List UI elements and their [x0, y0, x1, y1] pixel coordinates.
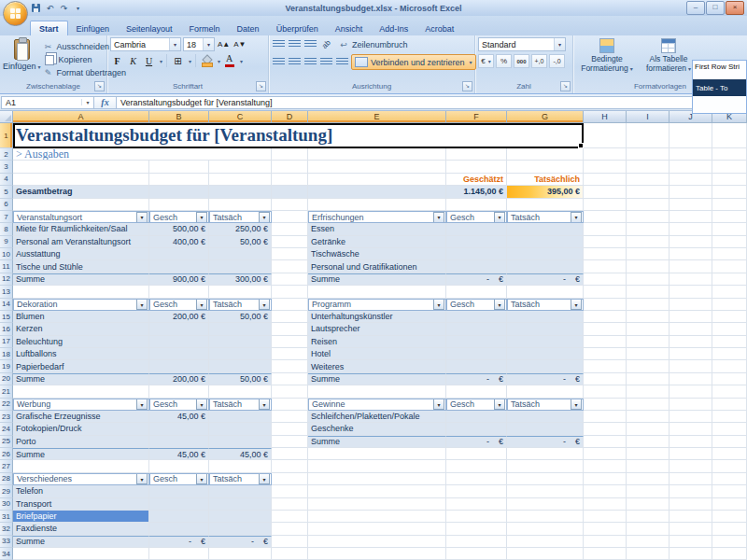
row-header-3[interactable]: 3	[0, 161, 13, 173]
cell-E6[interactable]	[308, 199, 446, 211]
decrease-indent-button[interactable]	[319, 56, 333, 69]
cell-E20[interactable]: Summe	[308, 373, 446, 385]
row-header-15[interactable]: 15	[0, 311, 13, 323]
filter-dropdown-icon[interactable]: ▾	[259, 299, 270, 310]
cell-F30[interactable]	[446, 498, 507, 511]
cell-C4[interactable]	[209, 174, 272, 186]
cell-B12[interactable]: 900,00 €	[149, 273, 209, 286]
cell-J27[interactable]	[669, 460, 712, 472]
cell-H24[interactable]	[584, 423, 627, 435]
cell-H28[interactable]	[584, 473, 627, 485]
row-header-2[interactable]: 2	[0, 148, 13, 161]
cell-A32[interactable]: Faxdienste	[13, 523, 149, 535]
cell-K24[interactable]	[712, 423, 747, 435]
cell-I31[interactable]	[627, 511, 669, 523]
cell-A27[interactable]	[13, 460, 149, 472]
cell-H23[interactable]	[584, 411, 627, 423]
cell-H15[interactable]	[584, 311, 627, 323]
cell-K3[interactable]	[712, 161, 747, 173]
cell-K12[interactable]	[712, 273, 747, 286]
merge-center-button[interactable]: Verbinden und zentrieren ▾	[351, 54, 476, 70]
cell-A30[interactable]: Transport	[13, 498, 149, 511]
row-header-13[interactable]: 13	[0, 286, 13, 298]
cell-H32[interactable]	[584, 523, 627, 535]
cell-J11[interactable]	[669, 260, 712, 273]
cell-B18[interactable]	[149, 348, 209, 360]
cell-A3[interactable]	[13, 161, 149, 173]
cell-B7[interactable]: Gesch▾	[149, 211, 209, 223]
cell-C23[interactable]	[209, 411, 272, 423]
cell-G19[interactable]	[507, 360, 584, 372]
cell-J16[interactable]	[669, 323, 712, 335]
cell-F18[interactable]	[446, 348, 507, 360]
row-header-7[interactable]: 7	[0, 211, 13, 223]
cell-C17[interactable]	[209, 336, 272, 348]
cell-G10[interactable]	[507, 248, 584, 260]
cell-H6[interactable]	[584, 199, 627, 211]
cell-B17[interactable]	[149, 336, 209, 348]
cell-G3[interactable]	[507, 161, 584, 173]
name-box[interactable]: A1 ▾	[1, 96, 94, 109]
tab-acrobat[interactable]: Acrobat	[416, 21, 462, 35]
cell-A12[interactable]: Summe	[13, 273, 149, 286]
paste-button[interactable]: Einfügen▾	[3, 37, 41, 71]
cell-I26[interactable]	[627, 448, 669, 460]
cell-D20[interactable]	[272, 373, 308, 385]
cell-E23[interactable]: Schleifchen/Plaketten/Pokale	[308, 411, 446, 423]
cell-I22[interactable]	[627, 399, 669, 411]
cell-H9[interactable]	[584, 236, 627, 248]
row-header-22[interactable]: 22	[0, 399, 13, 411]
cell-K7[interactable]	[712, 211, 747, 223]
column-header-F[interactable]: F	[446, 111, 507, 122]
filter-dropdown-icon[interactable]: ▾	[196, 473, 207, 484]
minimize-button[interactable]: –	[686, 1, 705, 15]
cell-B5[interactable]	[149, 186, 209, 198]
column-header-B[interactable]: B	[149, 111, 209, 122]
formula-input[interactable]: Veranstaltungsbudget für [Veranstaltung]	[117, 96, 746, 109]
cell-E19[interactable]: Weiteres	[308, 360, 446, 372]
cell-J18[interactable]	[669, 348, 712, 360]
cell-K9[interactable]	[712, 236, 747, 248]
cell-J30[interactable]	[669, 498, 712, 511]
cell-J1[interactable]	[669, 123, 712, 148]
cell-G17[interactable]	[507, 336, 584, 348]
cell-C32[interactable]	[209, 523, 272, 535]
align-center-button[interactable]	[288, 56, 302, 69]
cell-K1[interactable]	[712, 123, 747, 148]
cell-J8[interactable]	[669, 223, 712, 235]
cell-G4[interactable]: Tatsächlich	[507, 174, 584, 186]
dialog-launcher-icon[interactable]: ↘	[462, 81, 472, 91]
tab-seitenlayout[interactable]: Seitenlayout	[118, 21, 181, 35]
number-format-combo[interactable]: Standard ▾	[478, 37, 566, 51]
cell-H5[interactable]	[584, 186, 627, 198]
cell-E14[interactable]: Programm▾	[308, 299, 446, 311]
cell-H29[interactable]	[584, 485, 627, 497]
cell-F6[interactable]	[446, 199, 507, 211]
underline-dropdown-icon[interactable]: ▾	[160, 58, 162, 64]
cell-D23[interactable]	[272, 411, 308, 423]
shrink-font-button[interactable]: A▼	[233, 38, 247, 51]
tab-formeln[interactable]: Formeln	[181, 21, 229, 35]
cell-D28[interactable]	[272, 473, 308, 485]
cell-I27[interactable]	[627, 460, 669, 472]
font-color-dropdown-icon[interactable]: ▾	[240, 58, 243, 64]
underline-button[interactable]: U	[142, 54, 156, 67]
cell-E12[interactable]: Summe	[308, 273, 446, 286]
cell-H17[interactable]	[584, 336, 627, 348]
redo-button[interactable]: ↷	[58, 2, 70, 14]
row-header-34[interactable]: 34	[0, 548, 13, 560]
column-header-E[interactable]: E	[308, 111, 446, 122]
cell-H20[interactable]	[584, 373, 627, 385]
cell-H7[interactable]	[584, 211, 627, 223]
cell-J9[interactable]	[669, 236, 712, 248]
cell-J32[interactable]	[669, 523, 712, 535]
row-header-33[interactable]: 33	[0, 536, 13, 548]
cell-D21[interactable]	[272, 385, 308, 398]
cell-K10[interactable]	[712, 248, 747, 260]
row-header-21[interactable]: 21	[0, 385, 13, 398]
cell-I20[interactable]	[627, 373, 669, 385]
cell-E27[interactable]	[308, 460, 446, 472]
cell-I10[interactable]	[627, 248, 669, 260]
cell-K26[interactable]	[712, 448, 747, 460]
filter-dropdown-icon[interactable]: ▾	[196, 299, 207, 310]
